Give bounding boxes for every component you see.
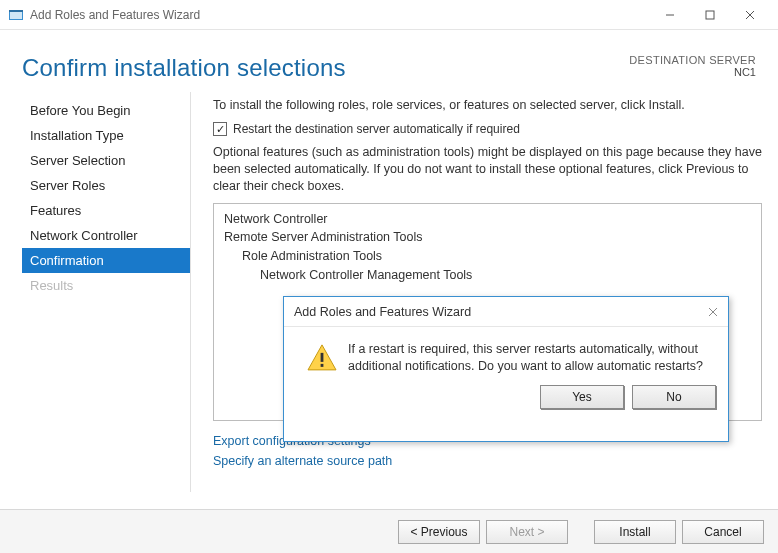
warning-icon [306,341,338,375]
sidebar-item-label: Results [30,278,73,293]
minimize-icon [665,10,675,20]
svg-rect-1 [10,11,22,19]
destination-label: DESTINATION SERVER [629,54,756,66]
sidebar-item-label: Installation Type [30,128,124,143]
no-button[interactable]: No [632,385,716,409]
sidebar-item-server-roles[interactable]: Server Roles [22,173,190,198]
close-button[interactable] [730,1,770,29]
sidebar-item-label: Before You Begin [30,103,130,118]
svg-rect-10 [321,353,324,362]
dialog-footer: Yes No [284,381,728,419]
close-icon [745,10,755,20]
sidebar-item-label: Confirmation [30,253,104,268]
sidebar-item-network-controller[interactable]: Network Controller [22,223,190,248]
sidebar-item-label: Server Roles [30,178,105,193]
yes-button[interactable]: Yes [540,385,624,409]
optional-features-text: Optional features (such as administratio… [213,144,762,195]
sidebar-item-label: Server Selection [30,153,125,168]
dialog-close-button[interactable] [708,304,718,320]
svg-rect-4 [706,11,714,19]
footer-bar: < Previous Next > Install Cancel [0,509,778,553]
destination-value: NC1 [629,66,756,78]
header-area: Confirm installation selections DESTINAT… [0,30,778,92]
sidebar-item-label: Network Controller [30,228,138,243]
sidebar-item-server-selection[interactable]: Server Selection [22,148,190,173]
destination-block: DESTINATION SERVER NC1 [629,54,756,82]
svg-rect-2 [9,10,23,12]
sidebar-item-features[interactable]: Features [22,198,190,223]
dialog-titlebar: Add Roles and Features Wizard [284,297,728,327]
sidebar-item-label: Features [30,203,81,218]
dialog-title: Add Roles and Features Wizard [294,305,471,319]
intro-text: To install the following roles, role ser… [213,98,762,112]
close-icon [708,307,718,317]
sidebar-item-results: Results [22,273,190,298]
cancel-button[interactable]: Cancel [682,520,764,544]
next-button: Next > [486,520,568,544]
dialog-message: If a restart is required, this server re… [348,341,712,375]
sidebar-item-before-you-begin[interactable]: Before You Begin [22,98,190,123]
minimize-button[interactable] [650,1,690,29]
previous-button[interactable]: < Previous [398,520,480,544]
maximize-button[interactable] [690,1,730,29]
alternate-source-link[interactable]: Specify an alternate source path [213,451,762,471]
restart-checkbox-row[interactable]: ✓ Restart the destination server automat… [213,122,762,136]
install-button[interactable]: Install [594,520,676,544]
checkbox-icon: ✓ [213,122,227,136]
app-icon [8,7,24,23]
sidebar-item-confirmation[interactable]: Confirmation [22,248,190,273]
feature-item: Network Controller Management Tools [224,266,751,285]
feature-item: Role Administration Tools [224,247,751,266]
feature-item: Network Controller [224,210,751,229]
restart-confirm-dialog: Add Roles and Features Wizard If a resta… [283,296,729,442]
wizard-sidebar: Before You Begin Installation Type Serve… [22,92,190,492]
sidebar-item-installation-type[interactable]: Installation Type [22,123,190,148]
feature-item: Remote Server Administration Tools [224,228,751,247]
restart-checkbox-label: Restart the destination server automatic… [233,122,520,136]
dialog-body: If a restart is required, this server re… [284,327,728,381]
svg-rect-11 [321,364,324,367]
page-title: Confirm installation selections [22,54,346,82]
window-title: Add Roles and Features Wizard [30,8,200,22]
titlebar: Add Roles and Features Wizard [0,0,778,30]
maximize-icon [705,10,715,20]
